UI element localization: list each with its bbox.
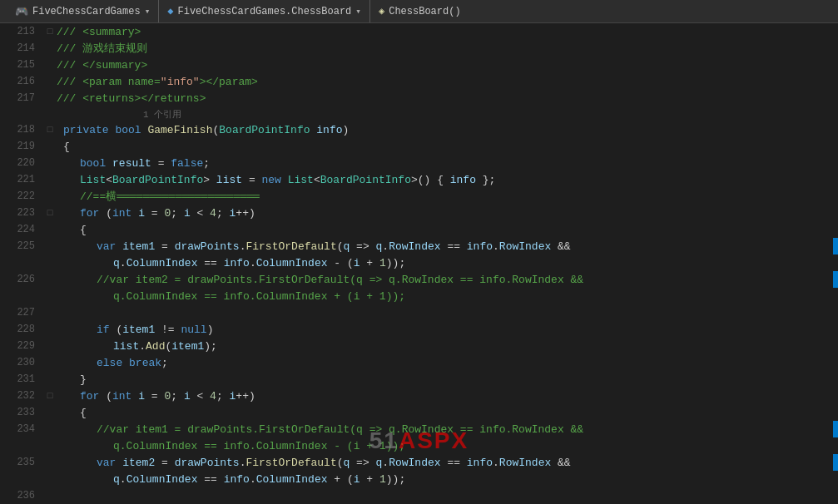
table-row: 219 {: [7, 138, 838, 155]
table-row: 215 /// </summary>: [7, 57, 838, 73]
title-dropdown-2[interactable]: ▾: [355, 6, 361, 17]
table-row: 227: [7, 304, 838, 321]
line-content: for (int i = 0; i < 4; i++): [57, 205, 838, 221]
table-row: 236: [7, 487, 838, 504]
line-number: 231: [7, 373, 43, 385]
fold-marker[interactable]: □: [43, 125, 57, 135]
line-number: 235: [7, 457, 43, 468]
table-row: q.ColumnIndex == info.ColumnIndex + (i +…: [7, 288, 838, 304]
line-content: //var item2 = drawPoints.FirstOrDefault(…: [57, 271, 838, 288]
title-bar: 🎮 FiveChessCardGames ▾ ◆ FiveChessCardGa…: [0, 0, 838, 23]
line-content: /// <returns></returns>: [57, 90, 838, 106]
line-number: 229: [7, 340, 43, 352]
line-number: 217: [7, 92, 43, 104]
line-content: if (item1 != null): [57, 321, 838, 338]
ref-badge[interactable]: 1 个引用: [60, 106, 838, 121]
title-project-name: FiveChessCardGames: [32, 6, 141, 17]
table-row: 222 //==横══════════════════════: [7, 188, 838, 205]
table-row: 233 {: [7, 404, 838, 421]
line-number: 222: [7, 190, 43, 202]
chess-board-icon: ◆: [167, 5, 173, 17]
line-number: 234: [7, 423, 43, 435]
line-content: private bool GameFinish(BoardPointInfo i…: [57, 121, 838, 138]
line-number: 232: [7, 390, 43, 402]
line-number: 226: [7, 274, 43, 285]
title-class-name: FiveChessCardGames.ChessBoard: [177, 6, 351, 17]
line-number: 214: [7, 42, 43, 54]
table-row: 234 //var item1 = drawPoints.FirstOrDefa…: [7, 421, 838, 437]
title-segment-1[interactable]: 🎮 FiveChessCardGames ▾: [7, 0, 159, 22]
title-segment-3[interactable]: ◈ ChessBoard(): [370, 0, 469, 22]
line-content: List<BoardPointInfo> list = new List<Boa…: [57, 171, 838, 188]
table-row: 231 }: [7, 371, 838, 388]
line-number: 221: [7, 174, 43, 185]
chess-game-icon: 🎮: [15, 5, 28, 18]
right-indicator-3: [833, 421, 838, 437]
line-content: {: [57, 404, 838, 421]
line-number: 215: [7, 59, 43, 71]
line-content: q.ColumnIndex == info.ColumnIndex + (i +…: [57, 288, 838, 304]
fold-marker[interactable]: □: [43, 208, 57, 218]
line-content: for (int i = 0; i < 4; i++): [57, 388, 838, 404]
table-row: 223 □ for (int i = 0; i < 4; i++): [7, 205, 838, 221]
line-number: 230: [7, 357, 43, 368]
line-number: 236: [7, 490, 43, 502]
right-indicator-4: [833, 454, 838, 471]
title-segment-2[interactable]: ◆ FiveChessCardGames.ChessBoard ▾: [159, 0, 370, 22]
line-content: {: [57, 138, 838, 155]
title-method-name: ChessBoard(): [389, 6, 460, 17]
line-number: 220: [7, 157, 43, 169]
method-icon: ◈: [379, 5, 384, 17]
line-content: q.ColumnIndex == info.ColumnIndex - (i +…: [57, 254, 838, 271]
table-row: 218 □ private bool GameFinish(BoardPoint…: [7, 121, 838, 138]
fold-marker[interactable]: □: [43, 27, 57, 37]
ref-badge-row: 1 个引用: [7, 106, 838, 121]
table-row: 224 {: [7, 221, 838, 238]
line-content: else break;: [57, 354, 838, 371]
right-indicator: [833, 238, 838, 254]
line-content: {: [57, 221, 838, 238]
table-row: 229 list.Add(item1);: [7, 338, 838, 354]
line-content: list.Add(item1);: [57, 338, 838, 354]
line-content: /// <summary>: [57, 23, 838, 40]
title-dropdown-1[interactable]: ▾: [145, 6, 151, 17]
line-content: /// <param name="info"></param>: [57, 73, 838, 90]
line-content: /// 游戏结束规则: [57, 40, 838, 57]
editor-container: 213 □ /// <summary> 214 /// 游戏结束规则 215 /…: [0, 23, 838, 504]
table-row: 225 var item1 = drawPoints.FirstOrDefaul…: [7, 238, 838, 254]
code-area[interactable]: 213 □ /// <summary> 214 /// 游戏结束规则 215 /…: [0, 23, 838, 504]
table-row: 226 //var item2 = drawPoints.FirstOrDefa…: [7, 271, 838, 288]
line-content: q.ColumnIndex == info.ColumnIndex - (i +…: [57, 437, 838, 454]
table-row: 216 /// <param name="info"></param>: [7, 73, 838, 90]
table-row: 221 List<BoardPointInfo> list = new List…: [7, 171, 838, 188]
table-row: 232 □ for (int i = 0; i < 4; i++): [7, 388, 838, 404]
table-row: q.ColumnIndex == info.ColumnIndex + (i +…: [7, 471, 838, 487]
table-row: q.ColumnIndex == info.ColumnIndex - (i +…: [7, 254, 838, 271]
line-number: 223: [7, 207, 43, 219]
table-row: 220 bool result = false;: [7, 155, 838, 171]
line-number: 233: [7, 407, 43, 418]
line-number: 216: [7, 76, 43, 87]
line-content: //var item1 = drawPoints.FirstOrDefault(…: [57, 421, 838, 437]
table-row: 217 /// <returns></returns>: [7, 90, 838, 106]
table-row: 228 if (item1 != null): [7, 321, 838, 338]
line-content: var item1 = drawPoints.FirstOrDefault(q …: [57, 238, 838, 254]
line-content: //==横══════════════════════: [57, 188, 838, 205]
line-number: 213: [7, 26, 43, 37]
fold-marker[interactable]: □: [43, 391, 57, 401]
line-number: 228: [7, 324, 43, 335]
line-number: 218: [7, 124, 43, 136]
table-row: 235 var item2 = drawPoints.FirstOrDefaul…: [7, 454, 838, 471]
line-content: [57, 487, 838, 504]
line-number: 219: [7, 141, 43, 152]
line-content: var item2 = drawPoints.FirstOrDefault(q …: [57, 454, 838, 471]
table-row: q.ColumnIndex == info.ColumnIndex - (i +…: [7, 437, 838, 454]
line-number: 227: [7, 307, 43, 319]
table-row: 213 □ /// <summary>: [7, 23, 838, 40]
line-content: /// </summary>: [57, 57, 838, 73]
line-content: [57, 304, 838, 321]
line-content: }: [57, 371, 838, 388]
line-number: 225: [7, 240, 43, 252]
table-row: 214 /// 游戏结束规则: [7, 40, 838, 57]
right-indicator-2: [833, 271, 838, 288]
